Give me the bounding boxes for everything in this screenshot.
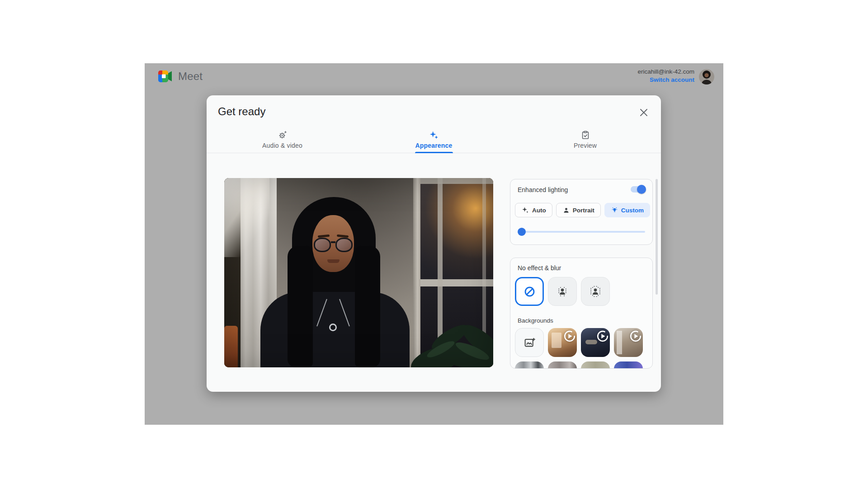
lighting-mode-auto[interactable]: Auto [515,203,552,217]
tab-audio-video[interactable]: Audio & video [207,129,358,153]
gear-sparkle-icon [278,130,288,140]
upload-background-button[interactable] [515,328,544,357]
app-header: Meet ericahill@ink-42.com Switch account [145,63,723,89]
effect-slight-blur[interactable] [548,277,577,306]
lighting-mode-custom[interactable]: Custom [604,203,650,217]
add-image-icon [524,337,536,349]
background-options-row2 [515,361,643,369]
avatar-image [699,69,714,84]
mode-label: Auto [532,207,546,214]
background-gray-room[interactable] [614,328,643,357]
no-effect-blur-title: No effect & blur [518,264,561,272]
tab-preview[interactable]: Preview [509,129,661,153]
enhanced-lighting-card: Enhanced lighting Auto [510,179,653,245]
glasses [314,238,353,253]
sparkles-icon [429,130,439,140]
brand: Meet [156,69,203,84]
meet-app-stage: Meet ericahill@ink-42.com Switch account… [145,63,723,425]
background-night-room[interactable] [581,328,610,357]
dialog-title: Get ready [218,105,265,118]
switch-account-link[interactable]: Switch account [638,76,695,83]
self-view-video [224,178,493,367]
person-braid-left [288,246,313,367]
backgrounds-title: Backgrounds [518,317,553,324]
window-light [224,178,269,257]
tab-appearance[interactable]: Appearence [358,129,509,153]
lighting-intensity-slider[interactable] [518,227,645,236]
person-face [312,215,354,272]
dialog-tabbar: Audio & video Appearence Preview [207,129,661,153]
necklace-pendant [329,324,337,331]
dialog-content: Enhanced lighting Auto [207,153,661,392]
replay-badge-icon [629,329,642,343]
account-info: ericahill@ink-42.com Switch account [638,68,695,83]
replay-badge-icon [596,329,609,343]
effects-card: No effect & blur [510,258,653,369]
person [267,178,403,367]
app-name: Meet [178,70,203,83]
get-ready-dialog: Get ready [207,95,661,392]
tab-label: Audio & video [262,142,302,149]
enhanced-lighting-title: Enhanced lighting [518,186,568,193]
account-avatar[interactable] [699,69,714,84]
tab-label: Preview [574,142,597,149]
meet-logo-icon [156,69,174,84]
background-options [515,328,643,357]
background-thumbnail[interactable] [515,361,544,369]
enhanced-lighting-toggle[interactable] [631,185,646,194]
lighting-mode-portrait[interactable]: Portrait [556,203,601,217]
slider-thumb[interactable] [518,228,526,236]
effect-no-effect[interactable] [515,277,544,306]
tab-label: Appearence [415,142,452,149]
person-full-blur-icon [588,284,603,299]
appearance-panel: Enhanced lighting Auto [510,179,653,392]
account-email: ericahill@ink-42.com [638,68,695,75]
sparkle-icon [521,206,529,214]
clipboard-check-icon [580,130,590,140]
background-thumbnail[interactable] [614,361,643,369]
background-thumbnail[interactable] [548,361,577,369]
background-thumbnail[interactable] [581,361,610,369]
chair [224,326,238,367]
plant [408,310,493,367]
block-icon [524,286,536,298]
close-icon[interactable] [638,107,649,118]
effect-full-blur[interactable] [581,277,610,306]
person-braid-right [355,246,380,367]
person-slight-blur-icon [555,284,570,299]
background-warm-room[interactable] [548,328,577,357]
mode-label: Custom [621,207,644,214]
mode-label: Portrait [573,207,594,214]
replay-badge-icon [563,329,576,343]
effect-options [515,277,610,306]
bulb-icon [611,206,618,214]
person-icon [562,206,570,214]
panel-scrollbar[interactable] [656,179,658,295]
lighting-mode-group: Auto Portrait [515,203,648,217]
